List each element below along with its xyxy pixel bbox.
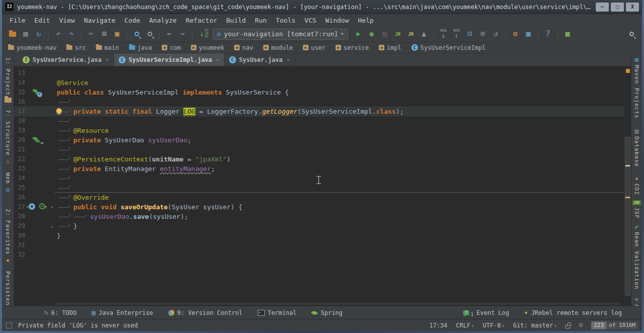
code-editor[interactable]: 1314@Service15cpublic class SysUserServi…: [14, 66, 631, 306]
paste-icon[interactable]: ▣: [111, 28, 124, 40]
menu-edit[interactable]: Edit: [30, 16, 54, 25]
save-all-icon[interactable]: ▤: [19, 28, 32, 40]
run-with-coverage-icon[interactable]: ▨: [378, 28, 391, 40]
code-text[interactable]: }: [55, 221, 77, 231]
redo-icon[interactable]: ↷: [65, 28, 78, 40]
tool-window-button-web[interactable]: Web◎: [5, 173, 11, 193]
code-text[interactable]: @Service: [55, 78, 88, 88]
intention-bulb-icon[interactable]: [56, 108, 62, 114]
jrebel-debug-icon[interactable]: JR: [404, 28, 417, 40]
rollback-icon[interactable]: ↺: [489, 28, 502, 40]
fold-end-icon[interactable]: ▵: [50, 221, 53, 231]
menu-tools[interactable]: Tools: [271, 16, 300, 25]
jrebel-remote-run-icon[interactable]: ▲: [417, 28, 431, 40]
code-text[interactable]: private SysUserDao sysUserDao;: [55, 135, 191, 145]
tab-sysuserserviceimpl-java[interactable]: CSysUserServiceImpl.java×: [114, 53, 225, 66]
code-text[interactable]: public class SysUserServiceImpl implemen…: [55, 88, 289, 97]
code-text[interactable]: [55, 68, 57, 78]
cut-icon[interactable]: ✂: [84, 28, 97, 40]
breadcrumb-item-user[interactable]: user: [301, 44, 328, 51]
tool-window-button-database[interactable]: ▤Database: [633, 128, 640, 167]
memory-indicator[interactable]: 223 of 1016M: [591, 321, 638, 329]
help-icon[interactable]: ?: [542, 28, 555, 40]
find-icon[interactable]: [130, 28, 143, 40]
code-text[interactable]: [55, 145, 73, 154]
tab-sysuserservice-java[interactable]: ISysUserService.java×: [18, 53, 114, 66]
fold-start-icon[interactable]: ▿: [50, 202, 53, 212]
line-numbers-icon[interactable]: ↓01 10 01: [195, 28, 208, 40]
menu-refactor[interactable]: Refactor: [181, 16, 222, 25]
tool-window-button-event-log[interactable]: !1Event Log: [463, 309, 509, 317]
code-text[interactable]: [55, 240, 57, 250]
replace-icon[interactable]: [143, 28, 156, 40]
spring-autowired-icon[interactable]: →: [33, 137, 42, 144]
menu-view[interactable]: View: [55, 16, 79, 25]
code-text[interactable]: public void saveOrUpdate(SysUser sysUser…: [55, 202, 243, 212]
code-text[interactable]: }: [55, 231, 61, 240]
code-text[interactable]: [55, 116, 73, 126]
navigate-back-icon[interactable]: ←: [163, 28, 176, 40]
override-marker-icon[interactable]: o: [39, 203, 45, 209]
tool-window-button-9-version-control[interactable]: 9: Version Control: [168, 309, 243, 316]
git-branch-selector[interactable]: Git: master↕: [513, 322, 557, 329]
error-stripe[interactable]: [624, 66, 631, 306]
tool-window-button-cdi[interactable]: ✦CDI: [633, 175, 640, 195]
vcs-update-icon[interactable]: VCS↓: [437, 28, 450, 40]
menu-code[interactable]: Code: [120, 16, 145, 25]
close-icon[interactable]: ×: [216, 56, 220, 63]
menu-run[interactable]: Run: [250, 16, 271, 25]
maximize-button[interactable]: □: [611, 3, 624, 12]
spring-bean-icon[interactable]: c: [33, 89, 42, 96]
breadcrumb-item-com[interactable]: com: [160, 44, 183, 51]
vcs-commit-icon[interactable]: VCS↑: [450, 28, 463, 40]
code-text[interactable]: private static final Logger LOG = Logger…: [55, 107, 404, 116]
horizontal-scrollbar[interactable]: [55, 303, 621, 305]
tool-window-button-spring[interactable]: Spring: [311, 309, 342, 316]
overriding-method-icon[interactable]: m: [29, 203, 35, 210]
menu-help[interactable]: Help: [354, 16, 378, 25]
search-everywhere-icon[interactable]: [625, 28, 638, 40]
menu-vcs[interactable]: VCS: [300, 16, 320, 25]
lock-icon[interactable]: [565, 322, 570, 328]
breadcrumb-item-sysuserserviceimpl[interactable]: CSysUserServiceImpl: [409, 44, 488, 51]
menu-analyze[interactable]: Analyze: [145, 16, 181, 25]
open-folder-icon[interactable]: [6, 28, 19, 40]
tool-window-button-jrebel-remote-servers-log[interactable]: ➤JRebel remote servers log: [524, 309, 622, 316]
breadcrumb-item-youmeek-nav[interactable]: youmeek-nav: [6, 44, 58, 51]
vertical-scrollbar-thumb[interactable]: [625, 137, 630, 296]
breadcrumb-item-main[interactable]: main: [94, 44, 121, 51]
tool-window-button-java-enterprise[interactable]: ▤Java Enterprise: [91, 309, 153, 316]
breadcrumb-item-impl[interactable]: impl: [377, 44, 403, 51]
breadcrumb-item-youmeek[interactable]: youmeek: [189, 44, 227, 51]
run-configuration-select[interactable]: ⚙your-navigation [tomcat7:run]▼: [212, 29, 348, 40]
tool-window-button-jsf[interactable]: JSFJSF: [632, 200, 641, 219]
close-button[interactable]: X: [626, 3, 639, 12]
jrebel-run-icon[interactable]: JR: [391, 28, 404, 40]
tool-window-button-terminal[interactable]: >_Terminal: [258, 309, 297, 316]
inspection-status-indicator[interactable]: [626, 69, 630, 73]
tool-window-button-bean-validation[interactable]: ✔Bean Validation: [633, 223, 640, 289]
code-text[interactable]: @Resource: [55, 126, 109, 135]
menu-file[interactable]: File: [5, 16, 30, 25]
toggle-margin-icon[interactable]: [6, 322, 12, 328]
breadcrumb-item-src[interactable]: src: [64, 44, 88, 51]
tool-window-button-7-structure[interactable]: 7: Structure∴: [5, 110, 11, 164]
code-text[interactable]: [55, 183, 73, 193]
tool-window-button-maven-projects[interactable]: mMaven Projects: [633, 56, 640, 119]
settings-wrench-icon[interactable]: ⚙: [509, 28, 522, 40]
code-text[interactable]: sysUserDao.save(sysUser);: [55, 212, 188, 221]
project-structure-icon[interactable]: ▦: [522, 28, 535, 40]
breadcrumb-item-nav[interactable]: nav: [232, 44, 255, 51]
breadcrumb-item-service[interactable]: service: [334, 44, 371, 51]
tool-window-button-1-project[interactable]: 1: Project: [5, 57, 12, 103]
copy-icon[interactable]: ⊞: [97, 28, 111, 40]
line-ending-selector[interactable]: CRLF↕: [456, 322, 474, 329]
menu-navigate[interactable]: Navigate: [79, 16, 120, 25]
code-text[interactable]: @PersistenceContext(unitName = "jpaXml"): [55, 154, 231, 164]
tool-window-button-2-favorites[interactable]: 2: Favorites★: [5, 209, 11, 263]
close-icon[interactable]: ×: [286, 56, 290, 63]
encoding-selector[interactable]: UTF-8↕: [483, 322, 505, 329]
jrebel-config-icon[interactable]: ▩: [561, 28, 574, 40]
undo-icon[interactable]: ↶: [52, 28, 65, 40]
recent-changes-icon[interactable]: ⊙: [476, 28, 489, 40]
